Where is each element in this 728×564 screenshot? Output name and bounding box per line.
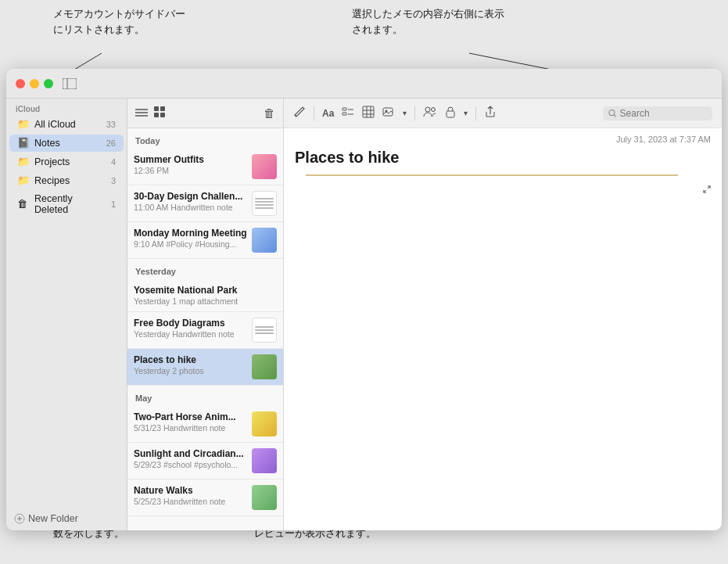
compose-icon[interactable] — [293, 106, 306, 120]
expand-image-button[interactable] — [698, 181, 715, 198]
lock-icon[interactable] — [445, 106, 456, 120]
sidebar-item-recipes[interactable]: 📁 Recipes 3 — [9, 172, 124, 189]
main-area: iCloud 📁 All iCloud 33 📓 Notes 26 📁 Proj… — [6, 99, 722, 530]
note-detail-image — [284, 174, 722, 503]
sidebar: iCloud 📁 All iCloud 33 📓 Notes 26 📁 Proj… — [6, 99, 127, 530]
note-item-sunlight[interactable]: Sunlight and Circadian... 5/29/23 #schoo… — [127, 443, 283, 480]
sidebar-item-all-icloud[interactable]: 📁 All iCloud 33 — [9, 116, 124, 133]
note-meta: 5/29/23 #school #psycholo... — [134, 460, 247, 469]
sidebar-item-projects[interactable]: 📁 Projects 4 — [9, 153, 124, 171]
note-title: Nature Walks — [134, 485, 247, 496]
titlebar — [6, 69, 722, 99]
toolbar-separator — [475, 106, 476, 120]
note-item-body-diagrams[interactable]: Free Body Diagrams Yesterday Handwritten… — [127, 312, 283, 349]
note-meta: 11:00 AM Handwritten note — [134, 203, 247, 212]
note-title: Summer Outfits — [134, 154, 247, 165]
maximize-button[interactable] — [44, 79, 53, 88]
search-icon — [608, 109, 617, 118]
notes-icon: 📓 — [17, 137, 30, 149]
svg-rect-21 — [342, 113, 346, 115]
note-meta: 9:10 AM #Policy #Housing... — [134, 239, 247, 249]
note-title: 30-Day Design Challen... — [134, 191, 247, 202]
sidebar-item-label: Recently Deleted — [34, 193, 108, 215]
section-header-may: May — [127, 386, 283, 406]
callout-top-left: メモアカウントがサイドバーにリストされます。 — [53, 6, 194, 37]
sidebar-item-count: 1 — [111, 199, 116, 209]
close-button[interactable] — [16, 79, 25, 88]
svg-point-33 — [609, 110, 615, 115]
note-item-yosemite[interactable]: Yosemite National Park Yesterday 1 map a… — [127, 279, 283, 312]
note-item-meeting[interactable]: Monday Morning Meeting 9:10 AM #Policy #… — [127, 222, 283, 259]
note-meta: Yesterday Handwritten note — [134, 329, 247, 339]
callout-top-right: 選択したメモの内容が右側に表示されます。 — [352, 6, 508, 37]
search-input[interactable] — [620, 108, 707, 119]
share-icon[interactable] — [484, 106, 497, 120]
sidebar-item-label: Projects — [34, 156, 108, 167]
note-meta: 5/25/23 Handwritten note — [134, 497, 247, 506]
svg-rect-17 — [154, 113, 159, 117]
grid-view-icon[interactable] — [154, 106, 165, 120]
svg-rect-23 — [363, 106, 374, 117]
sidebar-item-count: 4 — [111, 157, 116, 167]
note-date: July 31, 2023 at 7:37 AM — [284, 128, 722, 145]
sidebar-item-count: 3 — [111, 176, 116, 185]
folder-icon: 📁 — [17, 118, 30, 131]
note-thumbnail — [252, 228, 277, 253]
sidebar-item-count: 26 — [106, 138, 116, 148]
note-list-panel: 🗑 Today Summer Outfits 12:36 PM 30-Day D… — [127, 99, 284, 530]
note-item-horse[interactable]: Two-Part Horse Anim... 5/31/23 Handwritt… — [127, 406, 283, 443]
svg-rect-7 — [63, 78, 77, 89]
note-list-toolbar: 🗑 — [127, 99, 283, 128]
note-item-design[interactable]: 30-Day Design Challen... 11:00 AM Handwr… — [127, 185, 283, 222]
section-header-yesterday: Yesterday — [127, 259, 283, 279]
svg-point-30 — [425, 107, 430, 112]
sidebar-item-label: All iCloud — [34, 119, 103, 130]
new-folder-icon — [14, 513, 25, 524]
sidebar-item-notes[interactable]: 📓 Notes 26 — [9, 135, 124, 152]
note-detail-content: July 31, 2023 at 7:37 AM Places to hike — [284, 128, 722, 530]
lock-chevron-icon[interactable]: ▾ — [464, 109, 468, 117]
checklist-icon[interactable] — [342, 106, 354, 120]
search-box[interactable] — [603, 106, 712, 120]
toolbar-separator — [314, 106, 314, 120]
note-thumbnail — [252, 191, 277, 216]
folder-icon: 📁 — [17, 174, 30, 187]
note-detail-panel: Aa — [284, 99, 722, 530]
toolbar-separator — [414, 106, 415, 120]
svg-rect-16 — [160, 106, 165, 111]
note-list-body: Today Summer Outfits 12:36 PM 30-Day Des… — [127, 128, 283, 530]
note-thumbnail — [252, 354, 277, 379]
note-title: Two-Part Horse Anim... — [134, 411, 247, 422]
note-item-places-to-hike[interactable]: Places to hike Yesterday 2 photos — [127, 349, 283, 386]
sidebar-toggle-button[interactable] — [63, 78, 77, 89]
trash-icon: 🗑 — [17, 198, 30, 210]
svg-rect-18 — [160, 113, 165, 117]
note-item-nature-walks[interactable]: Nature Walks 5/25/23 Handwritten note — [127, 480, 283, 516]
chevron-down-icon[interactable]: ▾ — [403, 109, 407, 117]
format-text-button[interactable]: Aa — [322, 108, 334, 119]
minimize-button[interactable] — [30, 79, 39, 88]
media-icon[interactable] — [382, 106, 395, 120]
sidebar-section-label: iCloud — [6, 99, 127, 115]
note-meta: Yesterday 2 photos — [134, 366, 247, 375]
note-title: Places to hike — [134, 354, 247, 365]
collaborate-icon[interactable] — [423, 106, 437, 120]
delete-icon[interactable]: 🗑 — [264, 106, 275, 120]
note-thumbnail — [252, 485, 277, 510]
note-title: Free Body Diagrams — [134, 318, 247, 329]
note-item-summer[interactable]: Summer Outfits 12:36 PM — [127, 149, 283, 185]
new-folder-button[interactable]: New Folder — [6, 507, 127, 530]
note-meta: 12:36 PM — [134, 166, 247, 175]
svg-line-34 — [614, 114, 616, 117]
svg-rect-32 — [446, 111, 454, 117]
note-title: Sunlight and Circadian... — [134, 448, 247, 459]
traffic-lights — [16, 79, 53, 88]
table-icon[interactable] — [362, 106, 375, 120]
note-thumbnail — [252, 318, 277, 343]
new-folder-label: New Folder — [28, 513, 78, 524]
sidebar-item-count: 33 — [106, 120, 116, 129]
section-header-today: Today — [127, 128, 283, 149]
notes-window: iCloud 📁 All iCloud 33 📓 Notes 26 📁 Proj… — [6, 69, 722, 530]
list-view-icon[interactable] — [135, 106, 148, 120]
sidebar-item-recently-deleted[interactable]: 🗑 Recently Deleted 1 — [9, 191, 124, 217]
